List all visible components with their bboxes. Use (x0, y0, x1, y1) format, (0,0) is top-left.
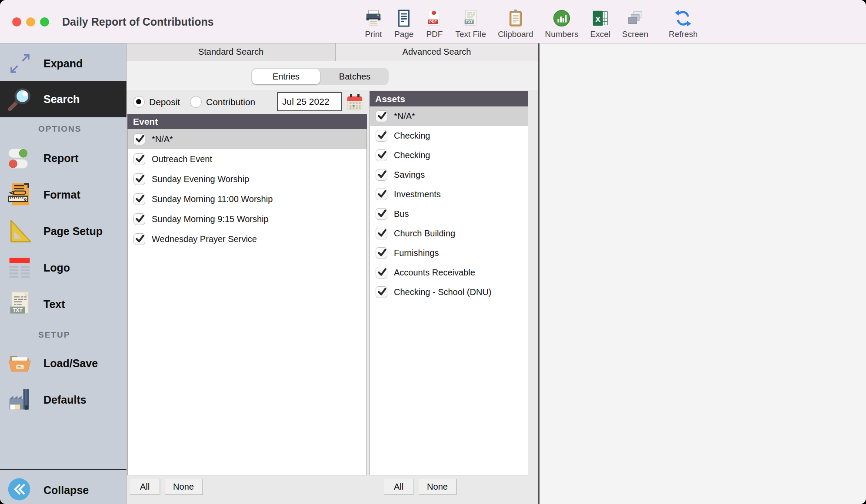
list-item[interactable]: Church Building (370, 224, 528, 243)
sidebar-item-logo[interactable]: Logo (0, 249, 127, 286)
format-icon (6, 181, 34, 209)
contribution-label: Contribution (206, 97, 255, 107)
list-item[interactable]: Investments (370, 185, 528, 204)
event-none-button[interactable]: None (165, 479, 203, 495)
list-item[interactable]: Sunday Morning 11:00 Worship (128, 189, 366, 209)
page-button[interactable]: Page (394, 8, 413, 42)
checkbox-checked[interactable] (376, 110, 387, 122)
printer-icon (364, 8, 383, 28)
segment-batches[interactable]: Batches (321, 68, 389, 85)
assets-none-button[interactable]: None (419, 479, 457, 495)
list-item[interactable]: Checking - School (DNU) (370, 282, 528, 302)
sidebar-item-expand[interactable]: Expand (0, 46, 127, 81)
list-item[interactable]: Checking (370, 146, 528, 165)
sidebar-item-search[interactable]: Search (0, 81, 127, 117)
list-item[interactable]: *N/A* (370, 106, 528, 126)
minimize-button[interactable] (26, 17, 35, 27)
segment-strip: Entries Batches (127, 61, 538, 90)
text-file-button[interactable]: TXT Text File (455, 8, 486, 42)
checkbox-checked[interactable] (376, 286, 387, 298)
checkbox-checked[interactable] (133, 213, 145, 225)
checkbox-checked[interactable] (376, 130, 387, 142)
list-item[interactable]: Furnishings (370, 243, 528, 263)
list-item[interactable]: *N/A* (128, 129, 366, 149)
screen-button[interactable]: Screen (622, 8, 648, 42)
checkbox-checked[interactable] (376, 267, 387, 279)
checkbox-checked[interactable] (133, 233, 145, 245)
list-item[interactable]: Sunday Morning 9:15 Worship (128, 209, 366, 229)
print-button[interactable]: Print (364, 8, 383, 42)
svg-text:x: x (595, 13, 600, 23)
sidebar-item-label: Defaults (43, 394, 87, 406)
titlebar: Daily Report of Contributions Print (0, 0, 866, 43)
checkbox-checked[interactable] (376, 208, 387, 220)
date-input[interactable] (277, 92, 342, 111)
sidebar-item-label: Load/Save (43, 357, 98, 370)
pdf-icon: PDF (425, 8, 443, 28)
checkbox-checked[interactable] (376, 247, 387, 259)
sidebar-item-page-setup[interactable]: Page Setup (0, 213, 127, 249)
deposit-radio[interactable] (133, 96, 145, 108)
sidebar-item-report[interactable]: Report (0, 140, 127, 176)
list-item[interactable]: Checking (370, 126, 528, 146)
sidebar-item-text[interactable]: TXT Text (0, 286, 127, 322)
list-item[interactable]: Sunday Evening Worship (128, 169, 366, 189)
checkbox-checked[interactable] (133, 153, 145, 165)
checkbox-checked[interactable] (133, 193, 145, 205)
checkbox-checked[interactable] (133, 133, 145, 145)
report-preview-pane (540, 43, 866, 504)
segment-entries[interactable]: Entries (252, 69, 320, 84)
checkbox-checked[interactable] (376, 149, 387, 161)
toolbar-label: Page (394, 30, 413, 42)
event-panel: Event *N/A* Outreach Event Sunday Evenin… (127, 114, 367, 475)
sidebar-item-label: Collapse (43, 484, 89, 497)
page-icon (395, 8, 413, 28)
close-button[interactable] (12, 17, 21, 27)
refresh-button[interactable]: Refresh (669, 8, 698, 42)
toolbar-label: PDF (426, 30, 443, 42)
calendar-icon (346, 106, 363, 112)
screen-icon (626, 8, 644, 28)
search-tabs: Standard Search Advanced Search (127, 43, 538, 61)
svg-text:TXT: TXT (13, 307, 23, 313)
list-item[interactable]: Savings (370, 165, 528, 185)
checkbox-checked[interactable] (376, 189, 387, 200)
zoom-button[interactable] (40, 17, 49, 27)
toolbar-label: Text File (455, 30, 486, 42)
toolbar: Print Page PDF (364, 3, 698, 42)
sidebar-item-label: Logo (43, 262, 70, 274)
factory-icon (6, 386, 34, 414)
sidebar-item-defaults[interactable]: Defaults (0, 381, 127, 418)
refresh-icon (674, 8, 692, 28)
toolbar-label: Clipboard (498, 30, 533, 42)
tab-standard-search[interactable]: Standard Search (127, 43, 336, 61)
checkbox-checked[interactable] (133, 173, 145, 185)
collapse-icon (6, 476, 34, 504)
numbers-button[interactable]: Numbers (545, 8, 578, 42)
event-all-button[interactable]: All (130, 479, 160, 495)
numbers-icon (553, 8, 571, 28)
sidebar-item-label: Text (43, 298, 65, 311)
deposit-label: Deposit (149, 97, 180, 107)
checkbox-checked[interactable] (376, 228, 387, 239)
list-item[interactable]: Accounts Receivable (370, 263, 528, 282)
sidebar-item-load-save[interactable]: Load/Save (0, 345, 127, 381)
toggles-icon (6, 144, 34, 172)
list-item[interactable]: Wednesday Prayer Service (128, 229, 366, 249)
pdf-button[interactable]: PDF PDF (425, 8, 443, 42)
sidebar-item-format[interactable]: Format (0, 176, 127, 213)
assets-panel: Assets *N/A* Checking Checking Savings (370, 91, 528, 475)
clipboard-button[interactable]: Clipboard (498, 8, 533, 42)
contribution-radio[interactable] (190, 96, 202, 108)
checkbox-checked[interactable] (376, 169, 387, 181)
sidebar-divider (0, 469, 127, 470)
list-item[interactable]: Outreach Event (128, 149, 366, 169)
sidebar-section-setup: SETUP (38, 330, 70, 340)
tab-advanced-search[interactable]: Advanced Search (336, 43, 538, 61)
excel-button[interactable]: x Excel (590, 8, 610, 42)
sidebar-item-label: Search (43, 93, 80, 106)
calendar-button[interactable] (346, 93, 363, 111)
list-item[interactable]: Bus (370, 204, 528, 224)
assets-all-button[interactable]: All (384, 479, 414, 495)
sidebar-item-collapse[interactable]: Collapse (0, 474, 127, 504)
